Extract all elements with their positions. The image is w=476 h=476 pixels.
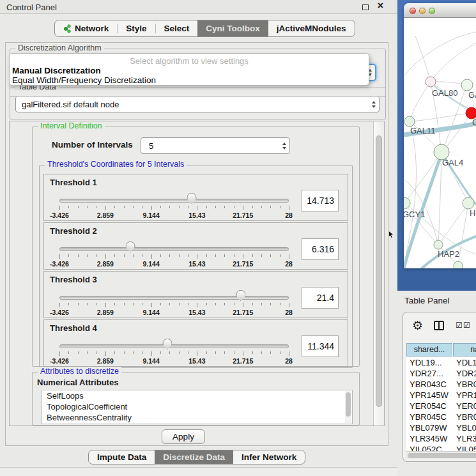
network-window-titlebar[interactable]	[404, 3, 476, 18]
table-cell[interactable]: YBR04	[452, 411, 476, 422]
table-cell[interactable]: YLR345W	[406, 433, 452, 444]
group-title: Attributes to discretize	[38, 367, 121, 376]
network-node[interactable]	[404, 116, 415, 127]
tick-mark	[160, 351, 161, 354]
table-row[interactable]: YDR27...YDR27	[406, 368, 476, 379]
attribute-item[interactable]: BetweennessCentrality	[42, 412, 352, 423]
network-window[interactable]: GAL80GAGAL11CGAL4GCY1HHAP2	[404, 3, 476, 268]
table-hscrollbar-thumb[interactable]	[408, 453, 476, 458]
table-cell[interactable]: YLR34	[452, 433, 476, 444]
table-cell[interactable]: YBR043C	[406, 379, 452, 390]
split-view-icon[interactable]	[434, 321, 444, 330]
table-hscrollbar[interactable]	[406, 451, 476, 459]
table-row[interactable]: YDL19...YDL19	[406, 357, 476, 368]
close-light-icon[interactable]	[410, 8, 416, 14]
threshold-value-field[interactable]: 11.344	[302, 335, 339, 357]
tab-infer-network[interactable]: Infer Network	[233, 450, 305, 464]
network-graph[interactable]: GAL80GAGAL11CGAL4GCY1HHAP2	[404, 18, 476, 268]
table-row[interactable]: YBR043CYBR04	[406, 379, 476, 390]
table-cell[interactable]: YBL079W	[406, 422, 452, 433]
network-edge[interactable]	[404, 152, 441, 203]
column-header-shared-name[interactable]: shared...	[406, 343, 452, 357]
network-node[interactable]	[454, 261, 463, 268]
network-edge[interactable]	[404, 32, 476, 79]
threshold-value-field[interactable]: 14.713	[302, 190, 339, 211]
float-window-icon[interactable]	[362, 4, 369, 10]
panel-scrollbar[interactable]	[373, 121, 384, 426]
network-node[interactable]	[463, 197, 474, 209]
table-cell[interactable]: YPR145W	[406, 390, 452, 401]
table-row[interactable]: YLR345WYLR34	[406, 433, 476, 444]
network-canvas[interactable]: GAL80GAGAL11CGAL4GCY1HHAP2	[404, 18, 476, 268]
network-edge[interactable]	[438, 203, 468, 245]
table-row[interactable]: YBL079WYBL07	[406, 422, 476, 433]
tick-mark	[206, 303, 207, 305]
control-panel-titlebar: Control Panel ×	[0, 0, 397, 14]
tab-network[interactable]: Network	[55, 20, 117, 36]
network-edge[interactable]	[410, 82, 431, 121]
tick-mark	[243, 303, 243, 307]
network-node[interactable]	[404, 197, 410, 209]
slider-tick-labels: -3.4262.8599.14415.4321.71528	[59, 309, 289, 316]
threshold-slider[interactable]: -3.4262.8599.14415.4321.71528	[59, 334, 289, 366]
table-cell[interactable]: YDL19...	[406, 357, 452, 368]
threshold-slider[interactable]: -3.4262.8599.14415.4321.71528	[59, 237, 289, 269]
zoom-light-icon[interactable]	[429, 8, 435, 14]
close-icon[interactable]: ×	[378, 0, 383, 12]
threshold-value-field[interactable]: 21.4	[302, 287, 339, 309]
table-cell[interactable]: YBR04	[452, 379, 476, 390]
attribute-item[interactable]: SelfLoops	[42, 390, 352, 401]
network-window-frame[interactable]: GAL80GAGAL11CGAL4GCY1HHAP2	[397, 0, 476, 291]
combo-arrows-icon[interactable]	[279, 139, 289, 153]
table-row[interactable]: YER054CYER05	[406, 401, 476, 411]
gear-icon[interactable]: ⚙	[412, 318, 423, 333]
table-cell[interactable]: YDR27...	[406, 368, 452, 379]
column-header-name[interactable]: name	[453, 343, 476, 357]
slider-track[interactable]	[59, 199, 289, 203]
apply-button[interactable]: Apply	[162, 429, 205, 444]
slider-track[interactable]	[59, 296, 289, 300]
tab-impute-data[interactable]: Impute Data	[89, 450, 155, 464]
table-cell[interactable]: YPR14	[452, 390, 476, 401]
table-cell[interactable]: YBR045C	[406, 411, 452, 422]
panel-scrollbar-thumb[interactable]	[376, 135, 382, 407]
table-cell[interactable]: YDL19	[452, 357, 476, 368]
num-intervals-combobox[interactable]: 5	[141, 137, 290, 154]
node-label: GAL80	[432, 88, 457, 98]
table-cell[interactable]: YDR27	[452, 368, 476, 379]
table-cell[interactable]: YER054C	[406, 401, 452, 411]
numerical-attributes-list[interactable]: SelfLoopsTopologicalCoefficientBetweenne…	[42, 390, 353, 424]
threshold-value-field[interactable]: 6.316	[302, 238, 339, 260]
tab-select[interactable]: Select	[156, 20, 198, 36]
network-edge[interactable]	[415, 36, 431, 82]
network-node[interactable]	[426, 77, 436, 87]
table-cell[interactable]: YBL07	[452, 422, 476, 433]
threshold-slider[interactable]: -3.4262.8599.14415.4321.71528	[59, 286, 289, 318]
tab-style[interactable]: Style	[118, 20, 155, 36]
table-row[interactable]: YBR045CYBR04	[406, 411, 476, 422]
tab-discretize-data[interactable]: Discretize Data	[155, 450, 233, 464]
network-edge[interactable]	[458, 203, 468, 266]
checkbox-icon[interactable]: ☑	[463, 321, 470, 330]
slider-track[interactable]	[59, 344, 289, 348]
list-scrollbar-thumb[interactable]	[346, 392, 351, 417]
combo-arrows-icon[interactable]	[369, 97, 378, 111]
dropdown-option-equal-width[interactable]: Equal Width/Frequency Discretization	[12, 75, 156, 85]
checkbox-icon[interactable]: ☑	[456, 321, 463, 330]
network-node[interactable]	[434, 240, 443, 249]
table-row[interactable]: YPR145WYPR14	[406, 390, 476, 401]
table-data-combobox[interactable]: galFiltered.sif default node	[15, 96, 380, 112]
tab-jactivemnodules[interactable]: jActiveMNodules	[268, 20, 355, 36]
network-edge[interactable]	[431, 43, 476, 82]
network-node[interactable]	[461, 79, 473, 91]
minimize-light-icon[interactable]	[419, 8, 426, 14]
attribute-item[interactable]: TopologicalCoefficient	[42, 401, 352, 412]
tab-cyni-toolbox[interactable]: Cyni Toolbox	[197, 20, 268, 36]
list-scrollbar[interactable]	[345, 391, 351, 423]
slider-track[interactable]	[59, 247, 289, 251]
threshold-slider[interactable]: -3.4262.8599.14415.4321.71528	[59, 188, 289, 220]
dropdown-option-manual-discretization[interactable]: Manual Discretization	[12, 66, 101, 75]
network-edge[interactable]	[410, 113, 472, 121]
node-table-body: YDL19...YDL19YDR27...YDR27YBR043CYBR04YP…	[406, 357, 476, 455]
table-cell[interactable]: YER05	[452, 401, 476, 411]
